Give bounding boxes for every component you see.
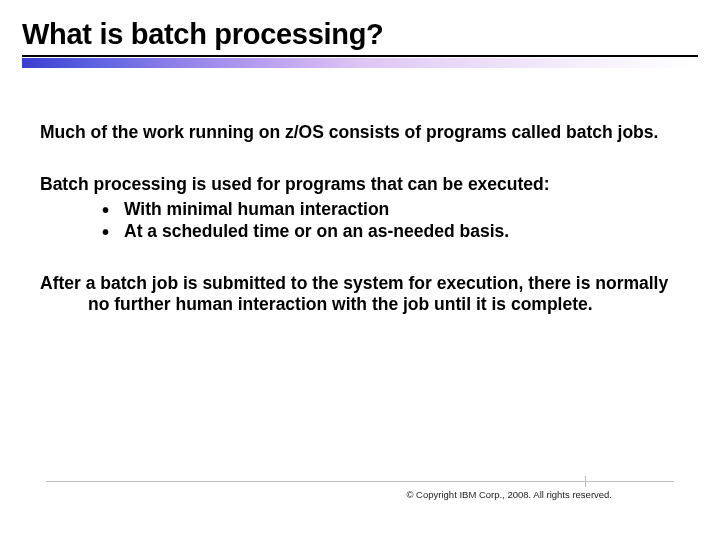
bullet-list: With minimal human interaction At a sche… [40, 199, 680, 243]
bullet-item: With minimal human interaction [102, 199, 680, 221]
intro-term: batch jobs. [566, 122, 658, 142]
title-underline [22, 55, 698, 57]
bullet-item: At a scheduled time or on an as-needed b… [102, 221, 680, 243]
slide-title: What is batch processing? [22, 18, 698, 51]
slide: What is batch processing? Much of the wo… [0, 0, 720, 316]
paragraph-lead: Batch processing is used for programs th… [40, 174, 680, 196]
footer-divider [46, 481, 674, 482]
paragraph-after: After a batch job is submitted to the sy… [40, 273, 680, 317]
gradient-bar [22, 58, 698, 68]
intro-text: Much of the work running on z/OS consist… [40, 122, 566, 142]
paragraph-intro: Much of the work running on z/OS consist… [40, 122, 680, 144]
content-area: Much of the work running on z/OS consist… [22, 68, 698, 316]
footer-tick [585, 476, 586, 487]
copyright-text: © Copyright IBM Corp., 2008. All rights … [406, 489, 612, 500]
